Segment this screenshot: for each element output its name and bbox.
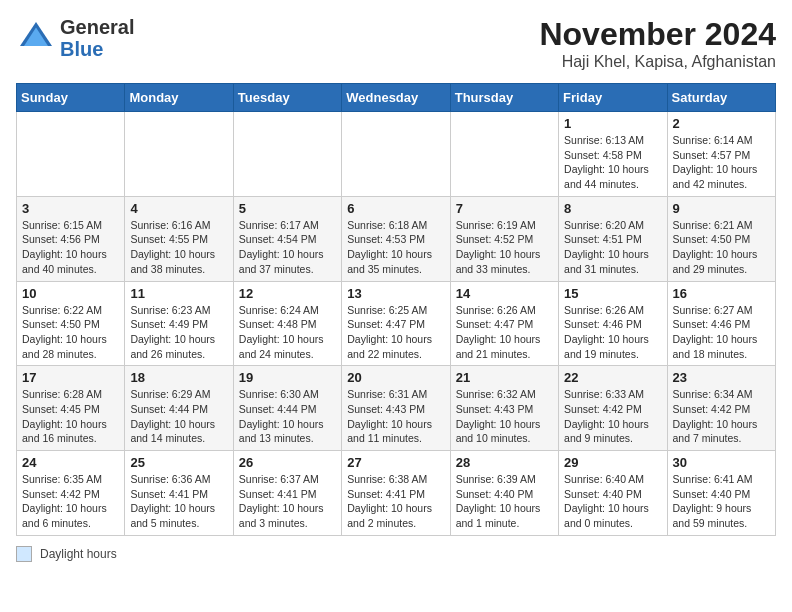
day-info: Sunrise: 6:38 AM Sunset: 4:41 PM Dayligh… (347, 472, 444, 531)
calendar-cell: 17Sunrise: 6:28 AM Sunset: 4:45 PM Dayli… (17, 366, 125, 451)
calendar-cell: 1Sunrise: 6:13 AM Sunset: 4:58 PM Daylig… (559, 112, 667, 197)
calendar-cell: 12Sunrise: 6:24 AM Sunset: 4:48 PM Dayli… (233, 281, 341, 366)
calendar-cell: 30Sunrise: 6:41 AM Sunset: 4:40 PM Dayli… (667, 451, 775, 536)
calendar-cell: 25Sunrise: 6:36 AM Sunset: 4:41 PM Dayli… (125, 451, 233, 536)
calendar-cell: 14Sunrise: 6:26 AM Sunset: 4:47 PM Dayli… (450, 281, 558, 366)
day-number: 11 (130, 286, 227, 301)
day-info: Sunrise: 6:29 AM Sunset: 4:44 PM Dayligh… (130, 387, 227, 446)
day-number: 24 (22, 455, 119, 470)
legend-label: Daylight hours (40, 547, 117, 561)
day-info: Sunrise: 6:14 AM Sunset: 4:57 PM Dayligh… (673, 133, 770, 192)
logo: General Blue (16, 16, 134, 60)
day-number: 18 (130, 370, 227, 385)
calendar-cell (125, 112, 233, 197)
day-info: Sunrise: 6:41 AM Sunset: 4:40 PM Dayligh… (673, 472, 770, 531)
day-info: Sunrise: 6:24 AM Sunset: 4:48 PM Dayligh… (239, 303, 336, 362)
day-info: Sunrise: 6:17 AM Sunset: 4:54 PM Dayligh… (239, 218, 336, 277)
day-number: 6 (347, 201, 444, 216)
day-number: 16 (673, 286, 770, 301)
day-number: 22 (564, 370, 661, 385)
calendar-cell (233, 112, 341, 197)
calendar-cell: 8Sunrise: 6:20 AM Sunset: 4:51 PM Daylig… (559, 196, 667, 281)
day-number: 29 (564, 455, 661, 470)
calendar-cell: 29Sunrise: 6:40 AM Sunset: 4:40 PM Dayli… (559, 451, 667, 536)
day-number: 20 (347, 370, 444, 385)
day-info: Sunrise: 6:26 AM Sunset: 4:47 PM Dayligh… (456, 303, 553, 362)
logo-icon (16, 18, 56, 58)
calendar-header-friday: Friday (559, 84, 667, 112)
day-info: Sunrise: 6:23 AM Sunset: 4:49 PM Dayligh… (130, 303, 227, 362)
calendar-week-1: 1Sunrise: 6:13 AM Sunset: 4:58 PM Daylig… (17, 112, 776, 197)
calendar-cell (342, 112, 450, 197)
calendar-week-2: 3Sunrise: 6:15 AM Sunset: 4:56 PM Daylig… (17, 196, 776, 281)
calendar-cell: 7Sunrise: 6:19 AM Sunset: 4:52 PM Daylig… (450, 196, 558, 281)
day-info: Sunrise: 6:25 AM Sunset: 4:47 PM Dayligh… (347, 303, 444, 362)
day-info: Sunrise: 6:30 AM Sunset: 4:44 PM Dayligh… (239, 387, 336, 446)
day-number: 23 (673, 370, 770, 385)
day-info: Sunrise: 6:36 AM Sunset: 4:41 PM Dayligh… (130, 472, 227, 531)
calendar-cell: 26Sunrise: 6:37 AM Sunset: 4:41 PM Dayli… (233, 451, 341, 536)
day-info: Sunrise: 6:33 AM Sunset: 4:42 PM Dayligh… (564, 387, 661, 446)
calendar-cell: 3Sunrise: 6:15 AM Sunset: 4:56 PM Daylig… (17, 196, 125, 281)
calendar-cell: 28Sunrise: 6:39 AM Sunset: 4:40 PM Dayli… (450, 451, 558, 536)
day-info: Sunrise: 6:21 AM Sunset: 4:50 PM Dayligh… (673, 218, 770, 277)
calendar-header-thursday: Thursday (450, 84, 558, 112)
calendar-cell: 15Sunrise: 6:26 AM Sunset: 4:46 PM Dayli… (559, 281, 667, 366)
calendar-header-monday: Monday (125, 84, 233, 112)
calendar-cell: 27Sunrise: 6:38 AM Sunset: 4:41 PM Dayli… (342, 451, 450, 536)
calendar-cell: 5Sunrise: 6:17 AM Sunset: 4:54 PM Daylig… (233, 196, 341, 281)
day-number: 19 (239, 370, 336, 385)
calendar-cell: 24Sunrise: 6:35 AM Sunset: 4:42 PM Dayli… (17, 451, 125, 536)
calendar-cell: 11Sunrise: 6:23 AM Sunset: 4:49 PM Dayli… (125, 281, 233, 366)
day-number: 5 (239, 201, 336, 216)
day-number: 4 (130, 201, 227, 216)
day-info: Sunrise: 6:19 AM Sunset: 4:52 PM Dayligh… (456, 218, 553, 277)
calendar-cell: 10Sunrise: 6:22 AM Sunset: 4:50 PM Dayli… (17, 281, 125, 366)
day-number: 7 (456, 201, 553, 216)
calendar-cell: 16Sunrise: 6:27 AM Sunset: 4:46 PM Dayli… (667, 281, 775, 366)
calendar-cell: 23Sunrise: 6:34 AM Sunset: 4:42 PM Dayli… (667, 366, 775, 451)
page-title: November 2024 (539, 16, 776, 53)
day-info: Sunrise: 6:18 AM Sunset: 4:53 PM Dayligh… (347, 218, 444, 277)
day-number: 26 (239, 455, 336, 470)
calendar-cell: 9Sunrise: 6:21 AM Sunset: 4:50 PM Daylig… (667, 196, 775, 281)
day-info: Sunrise: 6:34 AM Sunset: 4:42 PM Dayligh… (673, 387, 770, 446)
calendar-cell: 6Sunrise: 6:18 AM Sunset: 4:53 PM Daylig… (342, 196, 450, 281)
day-number: 9 (673, 201, 770, 216)
calendar-cell (450, 112, 558, 197)
day-number: 25 (130, 455, 227, 470)
day-info: Sunrise: 6:31 AM Sunset: 4:43 PM Dayligh… (347, 387, 444, 446)
day-info: Sunrise: 6:28 AM Sunset: 4:45 PM Dayligh… (22, 387, 119, 446)
calendar-cell: 21Sunrise: 6:32 AM Sunset: 4:43 PM Dayli… (450, 366, 558, 451)
day-info: Sunrise: 6:22 AM Sunset: 4:50 PM Dayligh… (22, 303, 119, 362)
day-number: 30 (673, 455, 770, 470)
day-info: Sunrise: 6:35 AM Sunset: 4:42 PM Dayligh… (22, 472, 119, 531)
day-number: 28 (456, 455, 553, 470)
day-info: Sunrise: 6:39 AM Sunset: 4:40 PM Dayligh… (456, 472, 553, 531)
calendar-cell: 19Sunrise: 6:30 AM Sunset: 4:44 PM Dayli… (233, 366, 341, 451)
calendar-cell (17, 112, 125, 197)
day-info: Sunrise: 6:13 AM Sunset: 4:58 PM Dayligh… (564, 133, 661, 192)
day-number: 14 (456, 286, 553, 301)
day-info: Sunrise: 6:27 AM Sunset: 4:46 PM Dayligh… (673, 303, 770, 362)
calendar-header-tuesday: Tuesday (233, 84, 341, 112)
calendar-cell: 13Sunrise: 6:25 AM Sunset: 4:47 PM Dayli… (342, 281, 450, 366)
day-number: 3 (22, 201, 119, 216)
day-info: Sunrise: 6:32 AM Sunset: 4:43 PM Dayligh… (456, 387, 553, 446)
calendar-week-5: 24Sunrise: 6:35 AM Sunset: 4:42 PM Dayli… (17, 451, 776, 536)
calendar-header-row: SundayMondayTuesdayWednesdayThursdayFrid… (17, 84, 776, 112)
day-info: Sunrise: 6:20 AM Sunset: 4:51 PM Dayligh… (564, 218, 661, 277)
calendar-cell: 22Sunrise: 6:33 AM Sunset: 4:42 PM Dayli… (559, 366, 667, 451)
calendar-header-sunday: Sunday (17, 84, 125, 112)
day-number: 17 (22, 370, 119, 385)
logo-text: General Blue (60, 16, 134, 60)
day-number: 10 (22, 286, 119, 301)
day-number: 15 (564, 286, 661, 301)
day-number: 12 (239, 286, 336, 301)
day-number: 2 (673, 116, 770, 131)
day-info: Sunrise: 6:15 AM Sunset: 4:56 PM Dayligh… (22, 218, 119, 277)
day-info: Sunrise: 6:16 AM Sunset: 4:55 PM Dayligh… (130, 218, 227, 277)
calendar-cell: 20Sunrise: 6:31 AM Sunset: 4:43 PM Dayli… (342, 366, 450, 451)
page-header: General Blue November 2024 Haji Khel, Ka… (16, 16, 776, 71)
legend-box (16, 546, 32, 562)
